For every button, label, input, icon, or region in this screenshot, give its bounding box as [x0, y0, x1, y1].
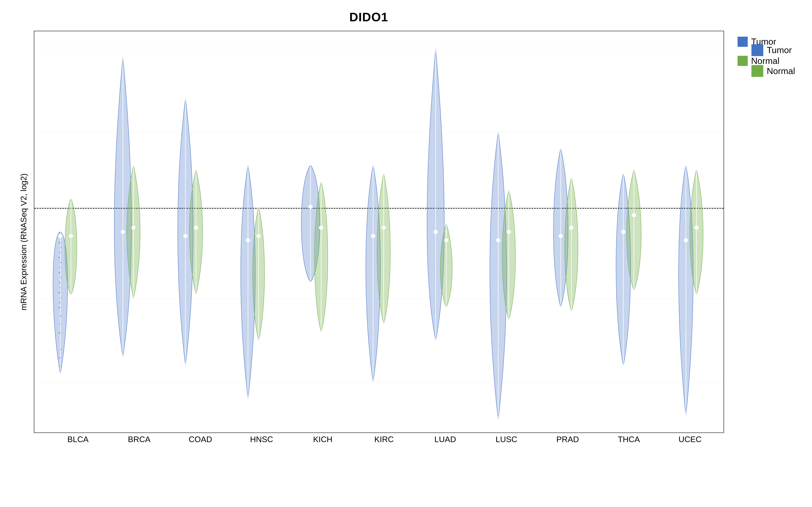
normal-legend-swatch: [752, 65, 763, 77]
svg-point-48: [246, 238, 250, 242]
svg-point-49: [308, 205, 313, 209]
chart-container: DIDO1 mRNA Expression (RNASeq V2, log2) …: [13, 10, 724, 475]
svg-point-47: [184, 234, 188, 238]
svg-rect-16: [58, 307, 60, 308]
x-axis-labels: BLCA BRCA COAD HNSC KICH KIRC LUAD LUSC …: [34, 433, 724, 453]
svg-point-50: [371, 234, 375, 238]
svg-rect-6: [58, 257, 60, 258]
svg-point-55: [684, 238, 688, 242]
x-label-kirc: KIRC: [353, 435, 415, 444]
legend-tumor-row: Tumor: [752, 42, 795, 58]
svg-point-60: [319, 226, 323, 230]
svg-point-62: [444, 238, 448, 242]
svg-point-45: [58, 234, 62, 238]
svg-point-54: [621, 230, 625, 234]
x-label-coad: COAD: [170, 435, 231, 444]
y-axis-label: mRNA Expression (RNASeq V2, log2): [13, 31, 34, 453]
svg-point-57: [131, 226, 136, 230]
plot-and-x: 13 12 11 10 9: [34, 31, 724, 453]
x-label-lusc: LUSC: [476, 435, 537, 444]
x-label-thca: THCA: [598, 435, 659, 444]
svg-point-66: [695, 226, 699, 230]
x-label-hnsc: HNSC: [231, 435, 292, 444]
svg-point-52: [496, 238, 500, 242]
svg-point-61: [382, 226, 386, 230]
tumor-legend-swatch: [752, 44, 763, 56]
svg-rect-3: [59, 242, 60, 243]
normal-legend-text: Normal: [767, 63, 795, 79]
svg-point-64: [569, 226, 573, 230]
svg-point-58: [194, 226, 198, 230]
svg-rect-13: [59, 292, 60, 293]
x-label-brca: BRCA: [109, 435, 170, 444]
x-label-ucec: UCEC: [659, 435, 721, 444]
plot-box: 13 12 11 10 9: [34, 31, 724, 433]
normal-color-box: [738, 56, 748, 66]
violin-chart-svg: [34, 31, 723, 433]
tumor-legend-text: Tumor: [767, 42, 792, 58]
svg-point-53: [559, 234, 563, 238]
svg-point-46: [121, 230, 125, 234]
svg-point-63: [507, 230, 511, 234]
legend-container: Tumor Normal: [752, 42, 795, 79]
x-label-luad: LUAD: [415, 435, 476, 444]
svg-point-59: [256, 234, 261, 238]
x-label-blca: BLCA: [47, 435, 109, 444]
legend-normal-row: Normal: [752, 63, 795, 79]
x-label-kich: KICH: [292, 435, 353, 444]
tumor-color-box: [738, 37, 748, 47]
x-label-prad: PRAD: [537, 435, 598, 444]
chart-title: DIDO1: [13, 10, 724, 24]
chart-area: mRNA Expression (RNASeq V2, log2) 13 12 …: [13, 31, 724, 453]
svg-point-51: [434, 230, 438, 234]
svg-point-56: [69, 234, 73, 238]
